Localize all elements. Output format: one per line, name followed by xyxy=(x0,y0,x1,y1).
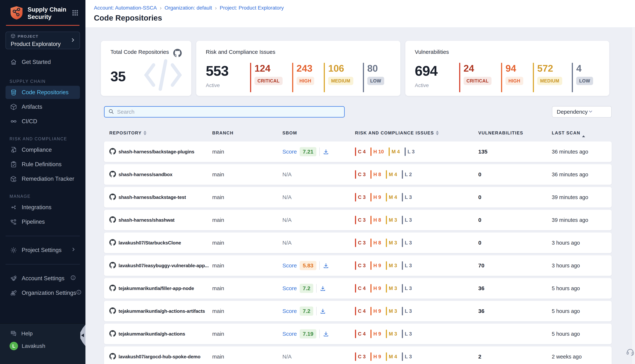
table-row[interactable]: lavakush07/easybuggy-vulnerable-app... m… xyxy=(104,255,612,276)
repo-name: lavakush07/argocd-hub-spoke-demo xyxy=(119,354,201,360)
section-risk-compliance: RISK AND COMPLIANCE xyxy=(10,136,80,142)
github-icon xyxy=(109,262,116,269)
issue-chip-critical: C 3 xyxy=(355,352,366,361)
scrollbar-gutter[interactable] xyxy=(632,28,635,364)
content: Total Code Repositories 35 Risk and Comp… xyxy=(86,28,635,364)
sidebar-footer: ? Help L Lavakush xyxy=(0,323,86,364)
table-row[interactable]: shash-harness/backstage-plugins main Sco… xyxy=(104,142,612,162)
svg-text:?: ? xyxy=(12,331,14,334)
search-input[interactable] xyxy=(117,109,340,115)
issues-cell: C 3H 8M 4L 2 xyxy=(355,170,478,179)
table-row[interactable]: lavakush07/StarbucksClone main N/A C 3H … xyxy=(104,232,612,253)
card-total-repositories: Total Code Repositories 35 xyxy=(101,41,191,96)
sbom-download-button[interactable] xyxy=(323,262,329,269)
column-risk-issues[interactable]: RISK AND COMPLIANCE ISSUES xyxy=(355,130,478,136)
sbom-cell: Score 7.2 xyxy=(282,284,355,293)
sidebar-item-cicd[interactable]: CI/CD xyxy=(6,115,80,128)
sidebar-item-rule-definitions[interactable]: Rule Definitions xyxy=(6,158,80,171)
home-icon xyxy=(10,58,18,66)
branch-name: main xyxy=(212,217,282,223)
issues-cell: C 4H 9M 3L 3 xyxy=(355,330,478,338)
issue-chip-low: L 3 xyxy=(402,261,412,270)
issue-chip-medium: M 4 xyxy=(386,170,397,179)
issue-chip-critical: C 4 xyxy=(355,307,366,315)
sidebar: Supply Chain Security PROJECT Product Ex… xyxy=(0,0,86,364)
severity-badge: LOW xyxy=(367,77,384,85)
table-row[interactable]: shash-harness/backstage-test main N/A C … xyxy=(104,187,612,208)
issue-chip-critical: C 3 xyxy=(355,193,366,202)
user-menu[interactable]: L Lavakush xyxy=(6,340,80,352)
sbom-download-button[interactable] xyxy=(323,330,329,337)
help-chat-icon: ? xyxy=(10,330,18,337)
apps-grid-icon[interactable] xyxy=(72,9,79,17)
filter-dropdown[interactable]: Dependency xyxy=(552,106,612,118)
sbom-cell: Score 7.19 xyxy=(282,329,355,338)
severity-badge: MEDIUM xyxy=(328,77,353,85)
sbom-download-button[interactable] xyxy=(320,308,326,314)
help-button[interactable]: ? Help xyxy=(6,328,80,340)
table-row[interactable]: tejakummarikuntla/gh-actions main Score … xyxy=(104,324,612,344)
sidebar-item-compliance[interactable]: Compliance xyxy=(6,143,80,156)
github-icon xyxy=(109,353,116,360)
table-header: REPOSITORY BRANCH SBOM RISK AND COMPLIAN… xyxy=(104,129,612,137)
info-icon[interactable] xyxy=(76,290,82,296)
issues-cell: C 3H 8M 3L 3 xyxy=(355,216,478,224)
issue-chip-medium: M 3 xyxy=(386,261,397,270)
last-scan: 3 hours ago xyxy=(552,262,606,269)
sbom-download-button[interactable] xyxy=(323,148,329,155)
issue-chip-high: H 8 xyxy=(370,216,381,224)
sidebar-nav: Get Started SUPPLY CHAIN Code Repositori… xyxy=(0,56,86,300)
issue-chip-high: H 9 xyxy=(370,284,381,292)
issue-chip-high: H 9 xyxy=(370,193,381,202)
severity-badge: HIGH xyxy=(505,77,523,85)
sbom-cell: N/A xyxy=(282,240,355,246)
table-row[interactable]: tejakummarikuntla/gh-actions-artifacts m… xyxy=(104,301,612,322)
issue-chip-critical: C 3 xyxy=(355,238,366,247)
vulnerability-count: 0 xyxy=(478,217,552,223)
sidebar-item-integrations[interactable]: Integrations xyxy=(6,201,80,214)
issue-chip-critical: C 3 xyxy=(355,216,366,224)
divider xyxy=(316,284,317,292)
breadcrumb-account[interactable]: Account: Automation-SSCA xyxy=(94,5,157,11)
severity-badge: HIGH xyxy=(297,77,314,85)
column-branch: BRANCH xyxy=(212,130,282,136)
issue-chip-high: H 9 xyxy=(370,330,381,338)
repo-name: tejakummarikuntla/gh-actions xyxy=(119,331,185,337)
repo-name: tejakummarikuntla/gh-actions-artifacts xyxy=(119,308,205,314)
sidebar-item-organization-settings[interactable]: Organization Settings xyxy=(6,286,80,300)
breadcrumb-organization[interactable]: Organization: default xyxy=(165,5,212,11)
sbom-na: N/A xyxy=(282,171,292,178)
table-row[interactable]: shash-harness/shashwat main N/A C 3H 8M … xyxy=(104,210,612,230)
issue-chip-low: L 2 xyxy=(402,170,412,179)
breadcrumb-project[interactable]: Project: Product Exploratory xyxy=(220,5,284,11)
severity-stat-critical: 24 CRITICAL xyxy=(459,63,492,92)
card-risk-compliance: Risk and Compliance Issues 553 Active 12… xyxy=(196,41,400,96)
column-last-scan[interactable]: LAST SCAN xyxy=(552,130,606,136)
branch-name: main xyxy=(212,262,282,269)
table-row[interactable]: shash-harness/sandbox main N/A C 3H 8M 4… xyxy=(104,164,612,185)
table-row[interactable]: tejakummarikuntla/filler-app-node main S… xyxy=(104,278,612,298)
divider xyxy=(319,148,320,156)
project-selector[interactable]: PROJECT Product Exploratory xyxy=(6,32,80,49)
active-label: Active xyxy=(415,82,438,88)
sbom-download-button[interactable] xyxy=(320,285,326,292)
score-label: Score xyxy=(282,331,297,337)
issue-chip-medium: M 4 xyxy=(389,148,400,156)
info-icon[interactable] xyxy=(70,275,76,282)
sidebar-item-code-repositories[interactable]: Code Repositories xyxy=(6,86,80,99)
column-repository[interactable]: REPOSITORY xyxy=(109,130,212,136)
issues-cell: C 3H 8M 3L 3 xyxy=(355,238,478,247)
section-supply-chain: SUPPLY CHAIN xyxy=(10,79,80,84)
sidebar-item-pipelines[interactable]: Pipelines xyxy=(6,215,80,228)
last-scan: 5 hours ago xyxy=(552,308,606,314)
sidebar-item-artifacts[interactable]: Artifacts xyxy=(6,100,80,114)
card-title: Total Code Repositories xyxy=(111,49,169,55)
sidebar-item-get-started[interactable]: Get Started xyxy=(6,56,80,69)
score-label: Score xyxy=(282,262,297,269)
support-headset-icon[interactable] xyxy=(626,348,635,357)
breadcrumb-separator: › xyxy=(160,5,162,11)
sidebar-item-remediation-tracker[interactable]: Remediation Tracker xyxy=(6,172,80,186)
sidebar-item-account-settings[interactable]: Account Settings xyxy=(6,272,80,285)
table-row[interactable]: lavakush07/argocd-hub-spoke-demo main N/… xyxy=(104,346,612,364)
sidebar-item-project-settings[interactable]: Project Settings xyxy=(6,244,80,257)
